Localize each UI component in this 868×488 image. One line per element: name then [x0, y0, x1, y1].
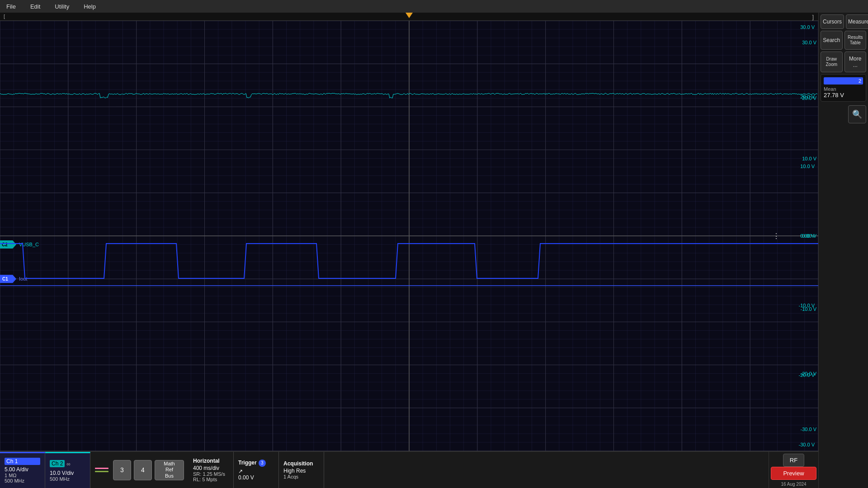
- horizontal-title: Horizontal: [193, 458, 229, 464]
- acquisition-mode: High Res: [283, 468, 319, 474]
- time-range-label: [: [4, 14, 5, 19]
- horizontal-sample-rate: SR: 1.25 MS/s: [193, 471, 229, 477]
- button-4[interactable]: 4: [134, 460, 152, 480]
- menu-edit[interactable]: Edit: [28, 2, 43, 11]
- cursors-measure-row: Cursors Measure: [821, 14, 866, 29]
- ch3-color-indicator: [95, 468, 108, 469]
- measure-type-label: Mean: [824, 86, 863, 92]
- ch1-title: Ch 1: [5, 458, 40, 465]
- ch1-status[interactable]: Ch 1 5.00 A/div 1 MΩ 500 MHz: [0, 452, 45, 488]
- measure-value-display: 27.78 V: [824, 92, 863, 99]
- acquisition-status[interactable]: Acquisition High Res 1 Acqs: [279, 452, 324, 488]
- ch2-bandwidth: 500 MHz: [50, 476, 85, 482]
- menu-utility[interactable]: Utility: [52, 2, 72, 11]
- ch1-impedance: 1 MΩ: [5, 473, 40, 478]
- rf-button[interactable]: RF: [783, 454, 804, 467]
- ch4-color-indicator: [95, 471, 108, 472]
- draw-zoom-more-row: DrawZoom More ...: [821, 52, 866, 72]
- date-label: 16 Aug 2024: [781, 481, 806, 488]
- acquisition-count: 1 Acqs: [283, 474, 319, 479]
- ch1-bandwidth: 500 MHz: [5, 478, 40, 483]
- menu-file[interactable]: File: [4, 2, 19, 11]
- measure-channel-badge: 2: [824, 77, 863, 84]
- date-time-display: 16 Aug 2024 16:29:38: [781, 481, 806, 488]
- trigger-status[interactable]: Trigger 3 ↗ 0.00 V: [234, 452, 279, 488]
- scope-area: [ ] 30.0 V 20.0 V 10.0 V 0.00 V -10.0 V …: [0, 13, 818, 488]
- measure-button[interactable]: Measure: [846, 14, 868, 29]
- trigger-title: Trigger: [238, 460, 257, 466]
- cursors-button[interactable]: Cursors: [821, 14, 844, 29]
- main-area: [ ] 30.0 V 20.0 V 10.0 V 0.00 V -10.0 V …: [0, 13, 868, 488]
- trigger-badge: 3: [259, 460, 266, 467]
- ch2-coupling-icon: ∞: [66, 461, 71, 467]
- acquisition-title: Acquisition: [283, 460, 319, 467]
- scope-context-menu[interactable]: ⋮: [773, 232, 780, 240]
- button-3[interactable]: 3: [113, 460, 131, 480]
- menu-bar: File Edit Utility Help: [0, 0, 868, 13]
- horizontal-record-length: RL: 5 Mpts: [193, 477, 229, 482]
- more-button[interactable]: More ...: [844, 52, 867, 72]
- ch1-scale: 5.00 A/div: [5, 466, 40, 473]
- channel-buttons: 3 4 MathRefBus: [90, 452, 189, 488]
- trigger-value: 0.00 V: [238, 474, 274, 481]
- scope-canvas-wrapper: 30.0 V 20.0 V 10.0 V 0.00 V -10.0 V -20.…: [0, 21, 818, 451]
- status-bar: Ch 1 5.00 A/div 1 MΩ 500 MHz Ch 2 ∞ 10.0…: [0, 451, 818, 488]
- preview-button[interactable]: Preview: [771, 467, 816, 480]
- measure-info-box: 2 Mean 27.78 V: [821, 74, 866, 102]
- trigger-bar: [ ]: [0, 13, 818, 21]
- results-table-button[interactable]: ResultsTable: [844, 31, 867, 50]
- horizontal-time-div: 400 ms/div: [193, 465, 229, 471]
- ch2-status[interactable]: Ch 2 ∞ 10.0 V/div 500 MHz: [45, 452, 90, 488]
- horizontal-status[interactable]: Horizontal 400 ms/div SR: 1.25 MS/s RL: …: [189, 452, 234, 488]
- math-ref-bus-button[interactable]: MathRefBus: [155, 460, 184, 480]
- draw-zoom-button[interactable]: DrawZoom: [821, 52, 843, 72]
- right-bottom-controls: RF Preview 16 Aug 2024 16:29:38: [769, 452, 818, 488]
- time-range-end: ]: [812, 14, 814, 20]
- search-button[interactable]: Search: [821, 31, 843, 50]
- trigger-marker: [406, 13, 413, 18]
- trigger-type-icon: ↗: [238, 468, 274, 474]
- oscilloscope-canvas[interactable]: [0, 21, 818, 451]
- ch2-title: Ch 2: [50, 460, 65, 467]
- right-control-panel: Cursors Measure Search ResultsTable Draw…: [818, 13, 868, 488]
- ch2-scale: 10.0 V/div: [50, 470, 85, 476]
- menu-help[interactable]: Help: [81, 2, 99, 11]
- search-results-row: Search ResultsTable: [821, 31, 866, 50]
- magnifier-icon[interactable]: 🔍: [848, 105, 866, 123]
